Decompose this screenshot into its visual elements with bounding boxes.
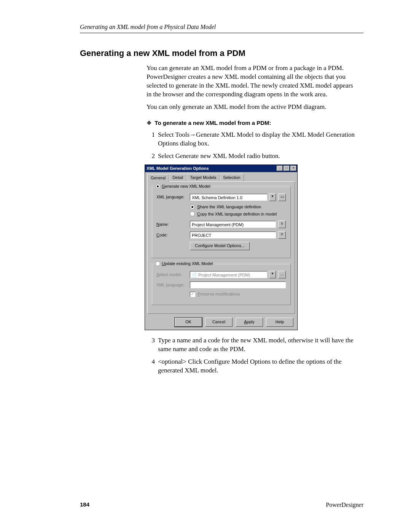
code-field[interactable]: PROJECT: [190, 232, 276, 238]
running-head: Generating an XML model from a Physical …: [80, 23, 363, 33]
dropdown-arrow-icon[interactable]: ▼: [269, 193, 276, 201]
group-new-label: enerate new XML Model: [165, 184, 210, 189]
xml-language-label: XML language:: [156, 194, 188, 200]
browse-language-button[interactable]: ▭: [278, 193, 286, 201]
ok-button[interactable]: OK: [175, 318, 202, 327]
xml-generation-dialog: XML Model Generation Options _ □ × Gener…: [145, 165, 298, 330]
page-number: 184: [80, 501, 89, 509]
apply-button[interactable]: Apply: [236, 318, 263, 327]
step-2: 2 Select Generate new XML Model radio bu…: [147, 152, 360, 330]
procedure-heading: To generate a new XML model from a PDM:: [147, 119, 360, 127]
name-sync-button[interactable]: =: [278, 220, 286, 228]
step-2-text: Select Generate new XML Model radio butt…: [158, 152, 280, 160]
step-1-text-pre: Select Tools: [158, 131, 190, 138]
tab-selection[interactable]: Selection: [220, 174, 244, 181]
help-button[interactable]: Help: [266, 318, 293, 327]
group-update-existing: Update existing XML Model Select model: …: [151, 264, 291, 305]
radio-generate-new[interactable]: [155, 184, 160, 189]
intro-paragraph-2: You can only generate an XML model from …: [147, 103, 360, 112]
select-model-browse-button: …: [278, 271, 286, 278]
tab-general[interactable]: General: [147, 174, 169, 182]
preserve-checkbox: ✓: [190, 292, 195, 297]
step-4: 4 <optional> Click Configure Model Optio…: [147, 358, 360, 375]
name-field[interactable]: Project Management (PDM): [190, 221, 276, 228]
step-4-text: <optional> Click Configure Model Options…: [158, 358, 342, 374]
tab-row: General Detail Target Models Selection: [145, 172, 297, 181]
configure-model-options-button[interactable]: Configure Model Options...: [190, 242, 250, 250]
xml-language-label-2: XML language:: [156, 282, 188, 288]
radio-share-definition[interactable]: [190, 204, 195, 209]
xml-language-field[interactable]: XML Schema Definition 1.0: [190, 194, 267, 201]
dialog-title: XML Model Generation Options: [147, 166, 209, 171]
group-update-label: pdate existing XML Model: [165, 261, 213, 266]
step-1: 1 Select Tools→Generate XML Model to dis…: [147, 131, 360, 148]
group-generate-new: Generate new XML Model XML language: XML…: [151, 186, 291, 259]
share-option-label: Share the XML language definition: [197, 204, 261, 210]
tab-detail[interactable]: Detail: [169, 174, 186, 181]
cancel-button[interactable]: Cancel: [205, 318, 233, 327]
select-model-field: 📄 Project Management (PDM): [190, 271, 267, 278]
code-label: Code:: [156, 232, 188, 238]
tab-target-models[interactable]: Target Models: [186, 174, 220, 181]
intro-paragraph-1: You can generate an XML model from a PDM…: [147, 64, 360, 99]
close-icon[interactable]: ×: [290, 166, 296, 171]
select-model-dropdown-icon: ▼: [269, 271, 276, 278]
step-3-text: Type a name and a code for the new XML m…: [158, 337, 354, 353]
radio-copy-definition[interactable]: [190, 211, 195, 216]
preserve-label: Preserve modifications: [198, 291, 240, 297]
step-3: 3 Type a name and a code for the new XML…: [147, 336, 360, 354]
product-name-footer: PowerDesigner: [326, 501, 363, 509]
section-heading: Generating a new XML model from a PDM: [80, 48, 371, 59]
maximize-icon[interactable]: □: [284, 166, 290, 171]
radio-update-existing[interactable]: [155, 261, 160, 266]
copy-option-label: Copy the XML language definition in mode…: [197, 211, 277, 217]
xml-language-field-2: [190, 281, 286, 288]
name-label: Name:: [156, 222, 188, 227]
minimize-icon[interactable]: _: [277, 166, 283, 171]
select-model-label: Select model:: [156, 272, 188, 278]
code-sync-button[interactable]: =: [278, 231, 286, 239]
